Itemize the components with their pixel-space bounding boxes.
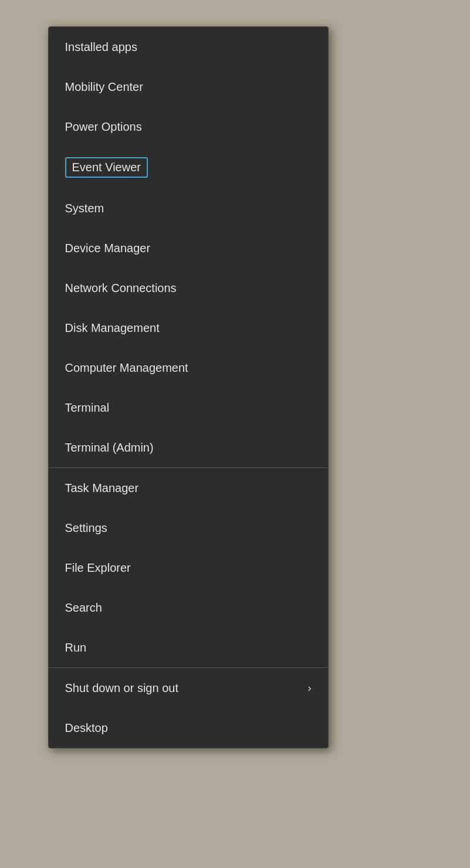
menu-item-desktop[interactable]: Desktop: [49, 708, 328, 748]
menu-item-label-settings: Settings: [65, 521, 107, 535]
menu-item-label-computer-management: Computer Management: [65, 361, 188, 375]
menu-item-task-manager[interactable]: Task Manager: [49, 468, 328, 508]
menu-item-label-installed-apps: Installed apps: [65, 40, 137, 54]
menu-item-label-desktop: Desktop: [65, 721, 108, 735]
menu-item-settings[interactable]: Settings: [49, 508, 328, 548]
menu-item-network-connections[interactable]: Network Connections: [49, 268, 328, 308]
menu-item-label-mobility-center: Mobility Center: [65, 80, 143, 94]
menu-item-label-power-options: Power Options: [65, 120, 142, 134]
menu-item-search[interactable]: Search: [49, 588, 328, 628]
menu-item-computer-management[interactable]: Computer Management: [49, 348, 328, 388]
menu-item-label-task-manager: Task Manager: [65, 482, 139, 495]
menu-item-label-terminal-admin: Terminal (Admin): [65, 441, 154, 455]
menu-item-power-options[interactable]: Power Options: [49, 107, 328, 147]
menu-item-label-network-connections: Network Connections: [65, 282, 177, 295]
menu-item-label-device-manager: Device Manager: [65, 242, 151, 255]
menu-item-run[interactable]: Run: [49, 628, 328, 667]
menu-item-event-viewer[interactable]: Event Viewer: [49, 147, 328, 188]
menu-item-disk-management[interactable]: Disk Management: [49, 308, 328, 348]
menu-item-label-terminal: Terminal: [65, 401, 110, 415]
menu-item-terminal[interactable]: Terminal: [49, 388, 328, 428]
menu-item-installed-apps[interactable]: Installed apps: [49, 27, 328, 67]
menu-item-shut-down-sign-out[interactable]: Shut down or sign out›: [49, 668, 328, 708]
menu-item-label-file-explorer: File Explorer: [65, 561, 131, 575]
menu-item-file-explorer[interactable]: File Explorer: [49, 548, 328, 588]
menu-item-label-run: Run: [65, 641, 87, 655]
menu-item-system[interactable]: System: [49, 188, 328, 228]
menu-item-label-event-viewer: Event Viewer: [65, 157, 148, 178]
menu-item-device-manager[interactable]: Device Manager: [49, 228, 328, 268]
menu-item-mobility-center[interactable]: Mobility Center: [49, 67, 328, 107]
menu-item-label-search: Search: [65, 601, 102, 615]
menu-item-label-disk-management: Disk Management: [65, 321, 160, 335]
menu-item-label-system: System: [65, 202, 104, 215]
context-menu: Installed appsMobility CenterPower Optio…: [48, 26, 329, 748]
menu-item-label-shut-down-sign-out: Shut down or sign out: [65, 681, 178, 695]
chevron-right-icon: ›: [308, 682, 312, 694]
menu-item-terminal-admin[interactable]: Terminal (Admin): [49, 428, 328, 467]
